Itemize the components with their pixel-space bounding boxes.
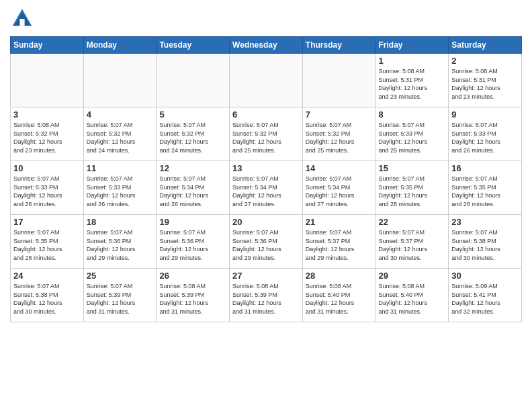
day-number: 9: [451, 109, 519, 120]
calendar-cell: 8Sunrise: 5:07 AM Sunset: 5:33 PM Daylig…: [375, 107, 449, 161]
weekday-header-friday: Friday: [375, 37, 449, 54]
day-number: 19: [159, 217, 226, 227]
day-info: Sunrise: 5:07 AM Sunset: 5:36 PM Dayligh…: [232, 228, 300, 262]
calendar-cell: 13Sunrise: 5:07 AM Sunset: 5:34 PM Dayli…: [230, 161, 303, 215]
calendar-cell: [11, 54, 84, 107]
day-number: 15: [379, 163, 446, 173]
week-row-4: 24Sunrise: 5:07 AM Sunset: 5:38 PM Dayli…: [11, 269, 522, 322]
day-info: Sunrise: 5:07 AM Sunset: 5:35 PM Dayligh…: [379, 175, 446, 208]
day-info: Sunrise: 5:08 AM Sunset: 5:39 PM Dayligh…: [232, 282, 300, 316]
calendar-cell: 1Sunrise: 5:08 AM Sunset: 5:31 PM Daylig…: [375, 54, 449, 107]
page: SundayMondayTuesdayWednesdayThursdayFrid…: [0, 0, 532, 411]
day-info: Sunrise: 5:07 AM Sunset: 5:34 PM Dayligh…: [306, 175, 373, 208]
calendar-cell: 7Sunrise: 5:07 AM Sunset: 5:32 PM Daylig…: [302, 107, 375, 161]
calendar-cell: 15Sunrise: 5:07 AM Sunset: 5:35 PM Dayli…: [375, 161, 449, 215]
calendar-cell: 11Sunrise: 5:07 AM Sunset: 5:33 PM Dayli…: [83, 161, 157, 215]
day-number: 24: [13, 271, 81, 281]
day-info: Sunrise: 5:08 AM Sunset: 5:39 PM Dayligh…: [159, 282, 226, 316]
day-info: Sunrise: 5:07 AM Sunset: 5:33 PM Dayligh…: [87, 175, 154, 208]
calendar-cell: 12Sunrise: 5:07 AM Sunset: 5:34 PM Dayli…: [157, 161, 230, 215]
day-number: 17: [13, 217, 81, 227]
day-number: 20: [232, 217, 300, 227]
calendar-cell: 4Sunrise: 5:07 AM Sunset: 5:32 PM Daylig…: [83, 107, 157, 161]
calendar-cell: [83, 54, 157, 107]
calendar-cell: 30Sunrise: 5:09 AM Sunset: 5:41 PM Dayli…: [449, 269, 522, 322]
day-number: 7: [306, 109, 373, 120]
day-info: Sunrise: 5:08 AM Sunset: 5:31 PM Dayligh…: [379, 67, 446, 101]
day-info: Sunrise: 5:07 AM Sunset: 5:32 PM Dayligh…: [159, 121, 226, 154]
weekday-header-wednesday: Wednesday: [230, 37, 303, 54]
day-info: Sunrise: 5:07 AM Sunset: 5:38 PM Dayligh…: [13, 282, 81, 316]
weekday-header-saturday: Saturday: [449, 37, 522, 54]
logo-icon: [10, 7, 34, 31]
calendar: SundayMondayTuesdayWednesdayThursdayFrid…: [10, 36, 522, 322]
calendar-cell: 14Sunrise: 5:07 AM Sunset: 5:34 PM Dayli…: [302, 161, 375, 215]
calendar-cell: [230, 54, 303, 107]
svg-rect-2: [19, 19, 24, 26]
day-info: Sunrise: 5:07 AM Sunset: 5:34 PM Dayligh…: [159, 175, 226, 208]
week-row-1: 3Sunrise: 5:08 AM Sunset: 5:32 PM Daylig…: [11, 107, 522, 161]
day-number: 12: [159, 163, 226, 173]
day-number: 1: [379, 56, 446, 66]
day-number: 10: [13, 163, 81, 173]
day-info: Sunrise: 5:07 AM Sunset: 5:32 PM Dayligh…: [232, 121, 300, 154]
week-row-2: 10Sunrise: 5:07 AM Sunset: 5:33 PM Dayli…: [11, 161, 522, 215]
calendar-cell: 20Sunrise: 5:07 AM Sunset: 5:36 PM Dayli…: [230, 215, 303, 269]
calendar-cell: [302, 54, 375, 107]
day-number: 16: [451, 163, 519, 173]
calendar-cell: 24Sunrise: 5:07 AM Sunset: 5:38 PM Dayli…: [11, 269, 84, 322]
weekday-header-row: SundayMondayTuesdayWednesdayThursdayFrid…: [11, 37, 522, 54]
day-number: 22: [379, 217, 446, 227]
day-info: Sunrise: 5:07 AM Sunset: 5:39 PM Dayligh…: [87, 282, 154, 316]
day-info: Sunrise: 5:07 AM Sunset: 5:37 PM Dayligh…: [379, 228, 446, 262]
day-info: Sunrise: 5:08 AM Sunset: 5:40 PM Dayligh…: [306, 282, 373, 316]
day-number: 13: [232, 163, 300, 173]
weekday-header-thursday: Thursday: [302, 37, 375, 54]
day-number: 28: [306, 271, 373, 281]
day-info: Sunrise: 5:08 AM Sunset: 5:32 PM Dayligh…: [13, 121, 81, 154]
day-number: 30: [451, 271, 519, 281]
calendar-cell: 2Sunrise: 5:08 AM Sunset: 5:31 PM Daylig…: [449, 54, 522, 107]
calendar-cell: 22Sunrise: 5:07 AM Sunset: 5:37 PM Dayli…: [375, 215, 449, 269]
calendar-cell: 17Sunrise: 5:07 AM Sunset: 5:35 PM Dayli…: [11, 215, 84, 269]
calendar-cell: 10Sunrise: 5:07 AM Sunset: 5:33 PM Dayli…: [11, 161, 84, 215]
day-info: Sunrise: 5:07 AM Sunset: 5:34 PM Dayligh…: [232, 175, 300, 208]
day-number: 29: [379, 271, 446, 281]
day-number: 23: [451, 217, 519, 227]
week-row-0: 1Sunrise: 5:08 AM Sunset: 5:31 PM Daylig…: [11, 54, 522, 107]
day-number: 3: [13, 109, 81, 120]
calendar-cell: 25Sunrise: 5:07 AM Sunset: 5:39 PM Dayli…: [83, 269, 157, 322]
day-info: Sunrise: 5:07 AM Sunset: 5:36 PM Dayligh…: [87, 228, 154, 262]
day-number: 8: [379, 109, 446, 120]
header: [10, 7, 522, 31]
calendar-cell: 5Sunrise: 5:07 AM Sunset: 5:32 PM Daylig…: [157, 107, 230, 161]
calendar-cell: 21Sunrise: 5:07 AM Sunset: 5:37 PM Dayli…: [302, 215, 375, 269]
calendar-cell: 9Sunrise: 5:07 AM Sunset: 5:33 PM Daylig…: [449, 107, 522, 161]
calendar-cell: 18Sunrise: 5:07 AM Sunset: 5:36 PM Dayli…: [83, 215, 157, 269]
logo: [10, 7, 37, 31]
day-info: Sunrise: 5:07 AM Sunset: 5:35 PM Dayligh…: [451, 175, 519, 208]
day-number: 11: [87, 163, 154, 173]
day-number: 6: [232, 109, 300, 120]
day-number: 5: [159, 109, 226, 120]
day-number: 21: [306, 217, 373, 227]
day-number: 25: [87, 271, 154, 281]
calendar-cell: 16Sunrise: 5:07 AM Sunset: 5:35 PM Dayli…: [449, 161, 522, 215]
day-info: Sunrise: 5:08 AM Sunset: 5:31 PM Dayligh…: [451, 67, 519, 101]
day-number: 2: [451, 56, 519, 66]
day-info: Sunrise: 5:09 AM Sunset: 5:41 PM Dayligh…: [451, 282, 519, 316]
day-info: Sunrise: 5:07 AM Sunset: 5:32 PM Dayligh…: [306, 121, 373, 154]
day-info: Sunrise: 5:07 AM Sunset: 5:38 PM Dayligh…: [451, 228, 519, 262]
calendar-cell: 28Sunrise: 5:08 AM Sunset: 5:40 PM Dayli…: [302, 269, 375, 322]
day-info: Sunrise: 5:07 AM Sunset: 5:35 PM Dayligh…: [13, 228, 81, 262]
day-number: 26: [159, 271, 226, 281]
day-number: 4: [87, 109, 154, 120]
day-info: Sunrise: 5:07 AM Sunset: 5:37 PM Dayligh…: [306, 228, 373, 262]
day-info: Sunrise: 5:08 AM Sunset: 5:40 PM Dayligh…: [379, 282, 446, 316]
calendar-cell: 19Sunrise: 5:07 AM Sunset: 5:36 PM Dayli…: [157, 215, 230, 269]
calendar-cell: 3Sunrise: 5:08 AM Sunset: 5:32 PM Daylig…: [11, 107, 84, 161]
day-number: 18: [87, 217, 154, 227]
calendar-cell: 26Sunrise: 5:08 AM Sunset: 5:39 PM Dayli…: [157, 269, 230, 322]
calendar-cell: 27Sunrise: 5:08 AM Sunset: 5:39 PM Dayli…: [230, 269, 303, 322]
weekday-header-monday: Monday: [83, 37, 157, 54]
